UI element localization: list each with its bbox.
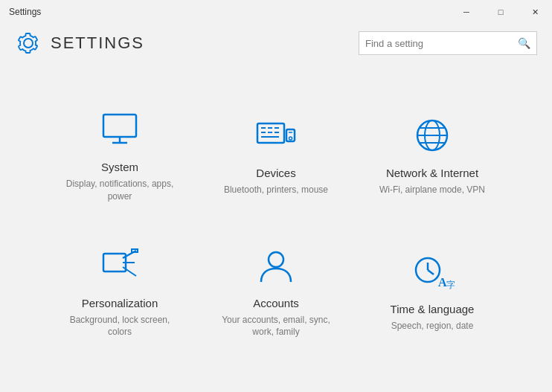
svg-rect-0 — [103, 115, 136, 137]
network-icon — [410, 113, 455, 158]
header: SETTINGS 🔍 — [0, 24, 552, 65]
gear-icon — [15, 30, 42, 57]
settings-grid: System Display, notifications, apps, pow… — [45, 89, 507, 353]
window: Settings ─ □ ✕ SETTINGS 🔍 — [0, 0, 552, 392]
settings-item-accounts[interactable]: Accounts Your accounts, email, sync, wor… — [202, 225, 350, 354]
time-title: Time & language — [391, 303, 475, 315]
svg-point-23 — [269, 252, 283, 267]
devices-icon — [254, 113, 298, 158]
svg-line-26 — [428, 270, 434, 274]
accounts-icon — [254, 243, 298, 288]
personalization-title: Personalization — [82, 297, 158, 309]
title-bar: Settings ─ □ ✕ — [0, 0, 552, 24]
settings-item-personalization[interactable]: Personalization Background, lock screen,… — [45, 225, 194, 354]
accounts-title: Accounts — [253, 297, 299, 309]
system-desc: Display, notifications, apps, power — [57, 178, 182, 203]
accounts-desc: Your accounts, email, sync, work, family — [214, 314, 338, 339]
network-title: Network & Internet — [386, 167, 478, 179]
devices-title: Devices — [256, 167, 295, 179]
system-title: System — [101, 161, 138, 173]
close-button[interactable]: ✕ — [518, 0, 552, 24]
settings-item-time[interactable]: A 字 Time & language Speech, region, date — [358, 225, 507, 354]
svg-text:字: 字 — [446, 280, 455, 290]
header-left: SETTINGS — [15, 30, 144, 57]
search-icon: 🔍 — [518, 37, 530, 49]
maximize-button[interactable]: □ — [484, 0, 518, 24]
svg-rect-19 — [103, 254, 126, 271]
page-title: SETTINGS — [51, 33, 144, 53]
settings-item-system[interactable]: System Display, notifications, apps, pow… — [45, 89, 194, 218]
devices-desc: Bluetooth, printers, mouse — [224, 184, 328, 196]
main-content: System Display, notifications, apps, pow… — [0, 65, 552, 392]
system-icon — [97, 107, 142, 152]
time-desc: Speech, region, date — [391, 320, 474, 332]
search-input[interactable] — [365, 38, 518, 49]
network-desc: Wi-Fi, airplane mode, VPN — [379, 184, 485, 196]
search-box[interactable]: 🔍 — [359, 31, 537, 55]
svg-point-12 — [289, 137, 292, 140]
title-bar-controls: ─ □ ✕ — [449, 0, 552, 24]
minimize-button[interactable]: ─ — [449, 0, 484, 24]
personalization-desc: Background, lock screen, colors — [57, 314, 182, 339]
settings-item-devices[interactable]: Devices Bluetooth, printers, mouse — [202, 89, 350, 218]
settings-item-network[interactable]: Network & Internet Wi-Fi, airplane mode,… — [358, 89, 507, 218]
title-bar-text: Settings — [9, 7, 41, 17]
time-icon: A 字 — [410, 249, 455, 294]
personalization-icon — [97, 243, 142, 288]
